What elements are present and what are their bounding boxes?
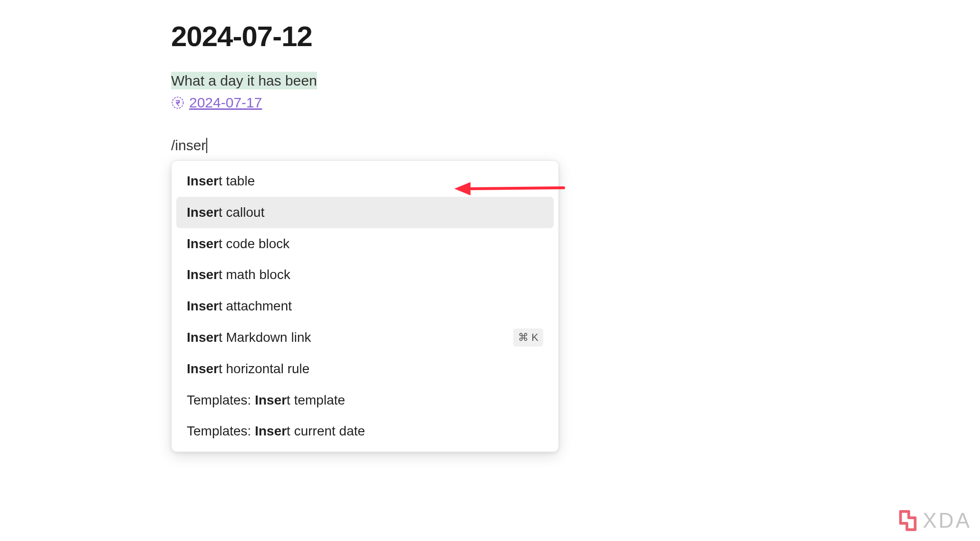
menu-item-label: Insert attachment: [187, 297, 292, 315]
menu-item-label: Insert horizontal rule: [187, 360, 309, 378]
menu-item-label: Insert table: [187, 172, 255, 190]
watermark-icon: [897, 509, 922, 532]
menu-item-label: Insert Markdown link: [187, 328, 311, 347]
command-palette: Insert tableInsert calloutInsert code bl…: [171, 160, 559, 452]
slash-text: /inser: [171, 137, 206, 153]
menu-item-2[interactable]: Insert code block: [176, 228, 554, 260]
watermark-text: XDA: [923, 509, 971, 532]
internal-link-row[interactable]: 2024-07-17: [171, 95, 980, 111]
page-title: 2024-07-12: [171, 20, 980, 53]
menu-item-4[interactable]: Insert attachment: [176, 290, 554, 322]
svg-point-0: [172, 97, 183, 108]
menu-item-label: Templates: Insert current date: [187, 422, 365, 440]
highlighted-text: What a day it has been: [171, 72, 317, 89]
menu-item-7[interactable]: Templates: Insert template: [176, 385, 554, 416]
rupee-icon: [171, 96, 184, 109]
menu-item-0[interactable]: Insert table: [176, 165, 554, 197]
keyboard-shortcut: ⌘ K: [513, 328, 543, 347]
date-link[interactable]: 2024-07-17: [189, 95, 262, 111]
editor-content: 2024-07-12 What a day it has been 2024-0…: [0, 0, 980, 154]
slash-command-input[interactable]: /inser: [171, 137, 207, 154]
menu-item-3[interactable]: Insert math block: [176, 259, 554, 290]
menu-item-5[interactable]: Insert Markdown link⌘ K: [176, 322, 554, 353]
menu-item-1[interactable]: Insert callout: [176, 197, 554, 228]
command-input-wrapper: /inser Insert tableInsert calloutInsert …: [171, 137, 980, 154]
menu-item-label: Templates: Insert template: [187, 391, 345, 409]
text-cursor: [206, 138, 207, 153]
menu-item-label: Insert code block: [187, 235, 289, 253]
text-block[interactable]: What a day it has been: [171, 73, 980, 89]
menu-item-label: Insert callout: [187, 203, 264, 222]
menu-item-8[interactable]: Templates: Insert current date: [176, 415, 554, 447]
menu-item-label: Insert math block: [187, 266, 290, 284]
menu-item-6[interactable]: Insert horizontal rule: [176, 353, 554, 385]
watermark: XDA: [897, 509, 971, 532]
